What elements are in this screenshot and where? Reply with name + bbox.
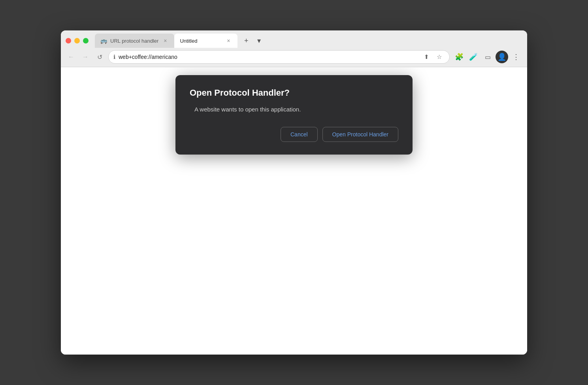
lab-button[interactable]: 🧪 bbox=[467, 51, 480, 63]
profile-icon: 👤 bbox=[498, 53, 506, 61]
info-icon: ℹ bbox=[113, 54, 115, 60]
dialog-message: A website wants to open this application… bbox=[190, 106, 398, 113]
dialog-title: Open Protocol Handler? bbox=[190, 88, 398, 98]
address-bar-row: ← → ↺ ℹ ⬆ ☆ 🧩 🧪 ▭ bbox=[61, 48, 527, 67]
tab-label: URL protocol handler bbox=[110, 38, 158, 44]
url-input[interactable] bbox=[119, 54, 418, 60]
window-controls bbox=[66, 38, 89, 43]
share-button[interactable]: ⬆ bbox=[421, 51, 432, 62]
close-button[interactable] bbox=[66, 38, 71, 43]
tab-menu-button[interactable]: ▾ bbox=[253, 35, 264, 46]
tab-actions: + ▾ bbox=[241, 35, 264, 48]
back-button[interactable]: ← bbox=[66, 51, 77, 62]
tab-favicon: 🚌 bbox=[100, 38, 107, 44]
page-content: Open Protocol Handler? A website wants t… bbox=[61, 67, 527, 355]
address-bar[interactable]: ℹ ⬆ ☆ bbox=[108, 50, 450, 64]
cancel-button[interactable]: Cancel bbox=[281, 127, 318, 142]
protocol-handler-dialog: Open Protocol Handler? A website wants t… bbox=[175, 75, 413, 155]
split-icon: ▭ bbox=[485, 53, 491, 61]
reload-button[interactable]: ↺ bbox=[94, 51, 105, 62]
browser-window: 🚌 URL protocol handler × Untitled × + ▾ … bbox=[61, 30, 527, 355]
lab-icon: 🧪 bbox=[469, 53, 478, 61]
tabs-row: 🚌 URL protocol handler × Untitled × + ▾ bbox=[95, 34, 522, 48]
forward-button[interactable]: → bbox=[80, 51, 91, 62]
toolbar-actions: 🧩 🧪 ▭ 👤 ⋮ bbox=[453, 51, 522, 63]
extensions-icon: 🧩 bbox=[455, 53, 464, 61]
bookmark-button[interactable]: ☆ bbox=[433, 51, 445, 62]
open-protocol-handler-button[interactable]: Open Protocol Handler bbox=[322, 127, 398, 142]
tab-label: Untitled bbox=[180, 38, 222, 44]
minimize-button[interactable] bbox=[74, 38, 80, 43]
tab-close-button[interactable]: × bbox=[225, 37, 232, 44]
dialog-buttons: Cancel Open Protocol Handler bbox=[190, 127, 398, 142]
tab-close-button[interactable]: × bbox=[162, 37, 169, 44]
tab-untitled[interactable]: Untitled × bbox=[174, 34, 237, 48]
tab-url-handler[interactable]: 🚌 URL protocol handler × bbox=[95, 34, 174, 48]
menu-button[interactable]: ⋮ bbox=[510, 51, 522, 63]
profile-button[interactable]: 👤 bbox=[496, 51, 508, 63]
title-bar: 🚌 URL protocol handler × Untitled × + ▾ … bbox=[61, 30, 527, 67]
maximize-button[interactable] bbox=[83, 38, 89, 43]
extensions-button[interactable]: 🧩 bbox=[453, 51, 466, 63]
split-view-button[interactable]: ▭ bbox=[481, 51, 494, 63]
tab-bar: 🚌 URL protocol handler × Untitled × + ▾ bbox=[61, 30, 527, 48]
dialog-overlay: Open Protocol Handler? A website wants t… bbox=[61, 67, 527, 355]
address-bar-actions: ⬆ ☆ bbox=[421, 51, 445, 62]
new-tab-button[interactable]: + bbox=[241, 35, 252, 46]
